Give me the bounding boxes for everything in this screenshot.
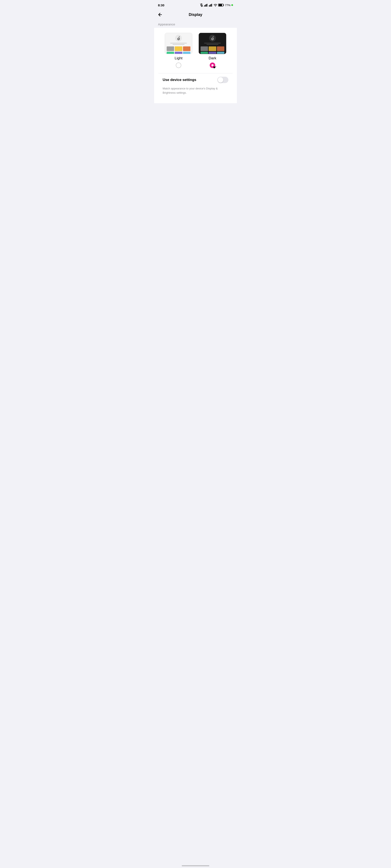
status-bar: 8:30 [154, 0, 237, 9]
back-button[interactable] [157, 12, 162, 17]
svg-rect-9 [211, 4, 212, 6]
appearance-section-label: Appearance [154, 20, 237, 28]
page-title: Display [189, 12, 202, 17]
mute-icon [200, 3, 203, 7]
tiktok-dark-icon [209, 35, 216, 41]
back-arrow-icon [157, 12, 162, 17]
dark-radio-container: ☛ [210, 63, 215, 68]
wifi-icon [213, 4, 217, 6]
battery-percent: 77% [225, 4, 231, 7]
light-theme-label: Light [175, 56, 183, 60]
dark-theme-option[interactable]: Dark ☛ [199, 33, 226, 68]
tiktok-light-icon [175, 35, 182, 41]
svg-rect-2 [204, 5, 205, 6]
svg-rect-8 [211, 4, 211, 6]
light-theme-grid [165, 45, 192, 54]
device-settings-description: Match appearance to your device's Displa… [158, 87, 233, 99]
dark-theme-label: Dark [209, 56, 216, 60]
light-theme-radio[interactable] [176, 63, 181, 68]
dark-theme-grid [199, 45, 226, 54]
theme-options: Light [158, 33, 233, 68]
light-theme-option[interactable]: Light [165, 33, 192, 68]
nav-bar: Display [154, 9, 237, 20]
device-settings-row: Use device settings [158, 73, 233, 87]
svg-rect-13 [218, 4, 222, 6]
svg-rect-3 [205, 5, 206, 6]
battery-icon [218, 4, 224, 6]
appearance-card: Light [154, 28, 237, 103]
dark-theme-preview [199, 33, 226, 54]
status-time: 8:30 [158, 3, 164, 7]
svg-rect-5 [207, 4, 207, 6]
dark-theme-radio[interactable] [210, 63, 215, 68]
svg-rect-7 [210, 5, 210, 6]
svg-rect-12 [223, 4, 224, 6]
device-settings-toggle[interactable] [217, 77, 229, 83]
battery-dot [231, 4, 233, 6]
svg-rect-6 [209, 5, 210, 6]
svg-rect-4 [206, 4, 207, 6]
device-settings-label: Use device settings [162, 78, 197, 82]
svg-point-10 [215, 6, 216, 6]
signal-icon-1 [204, 4, 208, 6]
toggle-knob [218, 77, 223, 83]
signal-icon-2 [209, 4, 213, 6]
status-icons: 77% [200, 3, 233, 7]
light-theme-preview [165, 33, 192, 54]
